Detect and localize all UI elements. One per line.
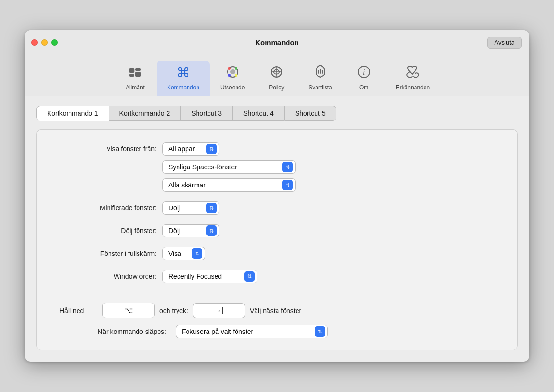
main-window: Kommandon Avsluta Allmänt ⌘ Kom bbox=[25, 30, 529, 362]
release-select[interactable]: Fokusera på valt fönster bbox=[176, 325, 328, 338]
tab-4[interactable]: Shortcut 4 bbox=[232, 106, 284, 121]
fullskarm-row: Fönster i fullskärm: Visa ⇅ bbox=[52, 247, 502, 260]
titlebar: Kommandon Avsluta bbox=[25, 30, 529, 55]
fullskarm-select-container: Visa ⇅ bbox=[162, 247, 205, 260]
blacklist-icon bbox=[313, 64, 327, 82]
spaces-select[interactable]: Synliga Spaces-fönster bbox=[162, 160, 296, 174]
toolbar-commands-label: Kommandon bbox=[167, 84, 199, 91]
window-order-label: Window order: bbox=[52, 273, 157, 280]
valj-next-label: Välj nästa fönster bbox=[250, 307, 301, 314]
svg-text:⌘: ⌘ bbox=[177, 65, 190, 79]
tab-5[interactable]: Shortcut 5 bbox=[284, 106, 336, 121]
svg-rect-3 bbox=[135, 72, 141, 77]
general-icon bbox=[128, 66, 142, 82]
och-tryck-label: och tryck: bbox=[159, 307, 188, 314]
avsluta-button[interactable]: Avsluta bbox=[487, 37, 522, 49]
close-button-traffic[interactable] bbox=[31, 39, 38, 46]
toolbar-item-blacklist[interactable]: Svartlista bbox=[298, 60, 342, 96]
svg-rect-2 bbox=[135, 68, 141, 71]
window-order-select[interactable]: Recently Focused bbox=[162, 270, 257, 283]
svg-rect-0 bbox=[129, 68, 134, 73]
toolbar-about-label: Om bbox=[359, 84, 368, 91]
svg-text:i: i bbox=[363, 68, 365, 76]
visa-label: Visa fönster från: bbox=[52, 145, 157, 153]
dolj-select-container: Dölj ⇅ bbox=[162, 224, 219, 237]
toolbar-item-commands[interactable]: ⌘ Kommandon bbox=[157, 61, 210, 96]
release-row: När kommando släpps: Fokusera på valt fö… bbox=[52, 325, 502, 338]
window-order-select-container: Recently Focused ⇅ bbox=[162, 270, 257, 283]
toolbar-general-label: Allmänt bbox=[126, 84, 145, 91]
modifier-key-box[interactable]: ⌥ bbox=[102, 303, 155, 318]
release-label: När kommando släpps: bbox=[71, 328, 166, 335]
toolbar-ack-label: Erkännanden bbox=[396, 84, 430, 91]
tab-1[interactable]: Kortkommando 1 bbox=[36, 106, 109, 121]
dolj-row: Dölj fönster: Dölj ⇅ bbox=[52, 224, 502, 237]
toolbar-item-acknowledgements[interactable]: Erkännanden bbox=[386, 61, 440, 96]
skarmar-select[interactable]: Alla skärmar bbox=[162, 178, 296, 192]
window-order-row: Window order: Recently Focused ⇅ bbox=[52, 270, 502, 283]
toolbar-item-about[interactable]: i Om bbox=[343, 61, 386, 96]
svg-point-9 bbox=[228, 74, 231, 77]
tab-3[interactable]: Shortcut 3 bbox=[180, 106, 232, 121]
settings-panel: Visa fönster från: All appar ⇅ Synliga S… bbox=[36, 129, 518, 350]
minimize-button-traffic[interactable] bbox=[41, 39, 48, 46]
toolbar-policy-label: Policy bbox=[269, 84, 284, 91]
bottom-rows: Håll ned ⌥ och tryck: →| Välj nästa föns… bbox=[52, 303, 502, 338]
visa-row: Visa fönster från: All appar ⇅ bbox=[52, 142, 502, 156]
spaces-row: Synliga Spaces-fönster ⇅ bbox=[162, 160, 502, 174]
acknowledgements-icon bbox=[405, 65, 420, 82]
toolbar-blacklist-label: Svartlista bbox=[308, 84, 332, 91]
window-title: Kommandon bbox=[255, 39, 299, 47]
svg-point-10 bbox=[235, 74, 237, 77]
appearance-icon bbox=[226, 65, 240, 82]
policy-icon bbox=[269, 65, 284, 82]
toolbar-appearance-label: Utseende bbox=[220, 84, 245, 91]
spaces-select-container: Synliga Spaces-fönster ⇅ bbox=[162, 160, 296, 174]
main-content: Kortkommando 1 Kortkommando 2 Shortcut 3… bbox=[25, 96, 529, 362]
maximize-button-traffic[interactable] bbox=[51, 39, 58, 46]
commands-icon: ⌘ bbox=[176, 65, 191, 82]
about-icon: i bbox=[357, 65, 371, 82]
fullskarm-label: Fönster i fullskärm: bbox=[52, 250, 157, 257]
hold-row: Håll ned ⌥ och tryck: →| Välj nästa föns… bbox=[52, 303, 502, 318]
minifierade-select-container: Dölj ⇅ bbox=[162, 201, 219, 215]
dolj-label: Dölj fönster: bbox=[52, 227, 157, 235]
fullskarm-select[interactable]: Visa bbox=[162, 247, 205, 260]
tab-2[interactable]: Kortkommando 2 bbox=[109, 106, 181, 121]
toolbar-item-general[interactable]: Allmänt bbox=[114, 62, 157, 96]
svg-point-7 bbox=[228, 67, 231, 70]
toolbar-item-appearance[interactable]: Utseende bbox=[210, 61, 255, 96]
tabs-row: Kortkommando 1 Kortkommando 2 Shortcut 3… bbox=[36, 106, 518, 121]
toolbar-item-policy[interactable]: Policy bbox=[255, 61, 298, 96]
traffic-lights bbox=[31, 39, 58, 46]
svg-point-8 bbox=[235, 67, 237, 70]
svg-point-6 bbox=[230, 69, 235, 74]
release-select-container: Fokusera på valt fönster ⇅ bbox=[176, 325, 328, 338]
visa-select-container: All appar ⇅ bbox=[162, 142, 219, 156]
minifierade-label: Minifierade fönster: bbox=[52, 204, 157, 212]
divider bbox=[52, 293, 502, 293]
visa-select[interactable]: All appar bbox=[162, 142, 219, 156]
dolj-select[interactable]: Dölj bbox=[162, 224, 219, 237]
skarmar-select-container: Alla skärmar ⇅ bbox=[162, 178, 296, 192]
skarmar-row: Alla skärmar ⇅ bbox=[162, 178, 502, 192]
svg-rect-1 bbox=[129, 74, 134, 77]
hold-label: Håll ned bbox=[59, 307, 98, 314]
minifierade-row: Minifierade fönster: Dölj ⇅ bbox=[52, 201, 502, 215]
toolbar: Allmänt ⌘ Kommandon bbox=[25, 55, 529, 96]
minifierade-select[interactable]: Dölj bbox=[162, 201, 219, 215]
action-key-box[interactable]: →| bbox=[193, 303, 245, 318]
